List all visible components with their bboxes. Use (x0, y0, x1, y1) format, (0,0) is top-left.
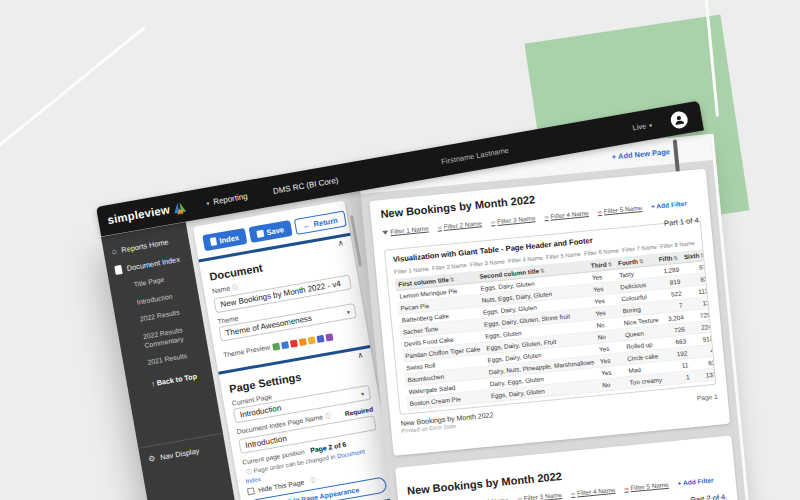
info-icon: ⓘ (309, 475, 316, 485)
live-label: Live (632, 121, 647, 132)
link-icon: ∞ (491, 219, 496, 225)
filter-chip[interactable]: ∞Filter 4 Name (544, 209, 589, 220)
settings-scrollbar[interactable] (350, 214, 362, 266)
table-cell: 137 (692, 368, 717, 383)
viz-filter-name: Filter 3 Name (470, 258, 505, 267)
funnel-icon (382, 230, 388, 235)
filter-chip[interactable]: Filter 1 Name (382, 225, 429, 236)
user-name: Firstname Lastname (441, 145, 510, 166)
filter-chip[interactable]: ∞Filter 2 Name (437, 219, 482, 230)
filter-chip[interactable]: ∞Filter 2 Name (464, 496, 509, 500)
return-button[interactable]: ← Return (294, 210, 347, 235)
link-icon: ∞ (571, 490, 576, 496)
table-cell: 1 (667, 370, 693, 384)
sort-icon: ⇅ (450, 276, 455, 282)
simpleview-mark-icon (172, 200, 188, 215)
app-name[interactable]: DMS RC (BI Core) (272, 175, 339, 195)
report-page-card-1: New Bookings by Month 2022 Filter 1 Name… (369, 169, 730, 456)
return-arrow-icon: ← (302, 219, 311, 229)
index-icon (210, 237, 217, 246)
viz-filter-name: Filter 5 Name (546, 251, 581, 260)
chevron-down-icon: ▾ (648, 121, 652, 128)
hide-page-checkbox[interactable] (247, 487, 255, 495)
save-button[interactable]: Save (249, 220, 293, 243)
sort-icon: ⇅ (607, 261, 612, 267)
link-icon: ∞ (517, 495, 522, 500)
theme-swatch (326, 333, 334, 341)
part-indicator: Part 2 of 4 (690, 492, 725, 500)
filter-chip[interactable]: ∞Filter 5 Name (597, 204, 642, 215)
broken-link-icon: ∞ (597, 208, 602, 214)
document-icon (114, 264, 122, 274)
visualization-card: Visualization with Giant Table - Page He… (384, 219, 716, 415)
sidebar-page-list: Title PageIntroduction2022 Results2022 R… (109, 265, 210, 375)
nav-display-label: Nav Display (160, 446, 200, 462)
filter-chip[interactable]: ∞Filter 5 Name (624, 481, 669, 492)
sort-icon: ⇅ (639, 258, 644, 264)
live-selector[interactable]: Live ▾ (632, 120, 653, 132)
filter-chip[interactable]: ∞Filter 3 Name (490, 214, 535, 225)
stage: + Add New Page New Bookings by Month 202… (0, 0, 800, 500)
link-icon: ∞ (544, 213, 549, 219)
index-button[interactable]: Index (202, 227, 247, 250)
sort-icon: ⇅ (700, 252, 705, 258)
viz-filter-name: Filter 6 Name (584, 247, 619, 256)
theme-preview-label: Theme Preview (223, 342, 271, 357)
save-icon (256, 229, 264, 237)
table-cell: No (599, 377, 627, 392)
up-arrow-icon: ↑ (151, 378, 156, 387)
add-filter-button[interactable]: + Add Filter (677, 476, 714, 486)
logo-text: simpleview (106, 203, 170, 226)
table-cell: Too creamy (626, 373, 668, 389)
theme-swatch (317, 334, 325, 342)
info-icon: ⓘ (325, 412, 332, 419)
sort-icon: ⇅ (673, 255, 678, 261)
simpleview-logo[interactable]: simpleview (106, 200, 187, 227)
background-sheet-edge-left (0, 26, 146, 148)
gear-icon: ⚙ (148, 453, 157, 463)
theme-swatch (281, 341, 289, 349)
chevron-down-icon: ▾ (361, 389, 365, 396)
theme-swatch (299, 337, 307, 345)
broken-link-icon: ∞ (624, 485, 629, 491)
theme-swatch (273, 342, 281, 350)
chevron-down-icon: ▾ (346, 307, 350, 314)
theme-swatch (290, 339, 298, 347)
filter-chip[interactable]: ∞Filter 4 Name (570, 486, 615, 497)
theme-swatch (308, 336, 316, 344)
sort-icon: ⇅ (540, 268, 545, 274)
info-icon: ⓘ (246, 468, 253, 475)
chevron-down-icon: ▾ (206, 199, 210, 206)
viz-filter-name: Filter 2 Name (432, 262, 467, 271)
reporting-label: Reporting (212, 191, 248, 206)
add-new-page-button[interactable]: + Add New Page (611, 147, 670, 162)
reporting-menu[interactable]: ▾ Reporting (206, 191, 249, 207)
report-preview-pane: + Add New Page New Bookings by Month 202… (358, 134, 773, 500)
link-icon: ∞ (437, 224, 442, 230)
viz-filter-name: Filter 1 Name (394, 266, 429, 275)
viz-filter-name: Filter 4 Name (508, 255, 543, 264)
home-icon: ⌂ (111, 246, 117, 256)
back-to-top-label: Back to Top (156, 371, 198, 387)
footer-page-number: Page 1 (697, 393, 718, 402)
info-icon: ⓘ (232, 284, 239, 291)
filter-chip[interactable]: ∞Filter 3 Name (517, 491, 562, 500)
person-icon (673, 113, 686, 126)
user-avatar[interactable] (669, 110, 689, 130)
viz-filter-name: Filter 7 Name (622, 244, 657, 253)
viz-filter-name: Filter 8 Name (660, 240, 695, 249)
add-filter-button[interactable]: + Add Filter (651, 200, 688, 210)
report-table: First column title⇅Second column title⇅T… (395, 249, 717, 410)
